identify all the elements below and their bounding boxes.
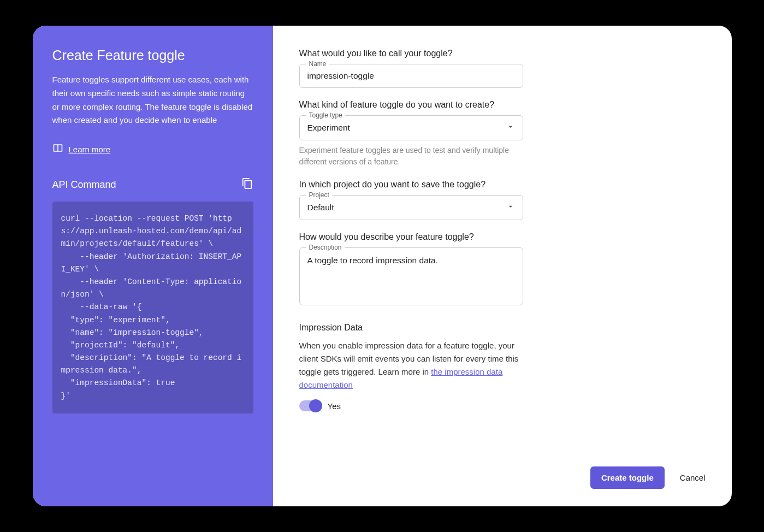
description-input[interactable]: A toggle to record impression data. (300, 248, 523, 303)
api-command-header: API Command (52, 178, 253, 192)
project-field-label: Project (306, 191, 332, 199)
impression-description: When you enable impression data for a fe… (299, 339, 523, 392)
description-field-wrap: Description A toggle to record impressio… (299, 247, 523, 305)
switch-knob (309, 399, 322, 412)
impression-title: Impression Data (299, 323, 706, 333)
name-field-label: Name (306, 60, 329, 68)
project-select-value: Default (307, 203, 334, 212)
footer-actions: Create toggle Cancel (590, 466, 706, 489)
name-field-wrap: Name (299, 64, 523, 88)
book-icon (52, 143, 63, 156)
type-select-value: Experiment (307, 123, 350, 133)
type-field-label: Toggle type (306, 111, 345, 119)
type-select[interactable]: Experiment (300, 116, 523, 140)
description-group: How would you describe your feature togg… (299, 232, 706, 305)
main-form: What would you like to call your toggle?… (273, 26, 732, 506)
create-toggle-modal: Create Feature toggle Feature toggles su… (33, 26, 732, 506)
impression-switch[interactable] (299, 400, 321, 411)
sidebar-title: Create Feature toggle (52, 48, 253, 63)
type-group: What kind of feature toggle do you want … (299, 100, 706, 168)
project-question: In which project do you want to save the… (299, 180, 706, 190)
description-question: How would you describe your feature togg… (299, 232, 706, 242)
cancel-button[interactable]: Cancel (680, 473, 706, 482)
learn-more-link[interactable]: Learn more (69, 145, 111, 154)
project-group: In which project do you want to save the… (299, 180, 706, 220)
type-field-wrap[interactable]: Toggle type Experiment (299, 115, 523, 140)
impression-section: Impression Data When you enable impressi… (299, 317, 706, 411)
name-group: What would you like to call your toggle?… (299, 49, 706, 88)
description-field-label: Description (306, 244, 345, 251)
project-field-wrap[interactable]: Project Default (299, 195, 523, 220)
learn-more-row: Learn more (52, 143, 253, 156)
api-code-block[interactable]: curl --location --request POST 'https://… (52, 202, 253, 413)
chevron-down-icon (506, 122, 515, 133)
sidebar: Create Feature toggle Feature toggles su… (33, 26, 273, 506)
api-command-label: API Command (52, 179, 116, 191)
impression-toggle-row: Yes (299, 400, 706, 411)
project-select[interactable]: Default (300, 196, 523, 220)
copy-icon[interactable] (241, 178, 253, 192)
sidebar-description: Feature toggles support different use ca… (52, 73, 253, 127)
impression-switch-label: Yes (328, 401, 341, 411)
create-toggle-button[interactable]: Create toggle (590, 466, 665, 489)
chevron-down-icon (506, 202, 515, 213)
type-help-text: Experiment feature toggles are used to t… (299, 145, 523, 168)
type-question: What kind of feature toggle do you want … (299, 100, 706, 110)
name-input[interactable] (300, 64, 523, 87)
name-question: What would you like to call your toggle? (299, 49, 706, 58)
